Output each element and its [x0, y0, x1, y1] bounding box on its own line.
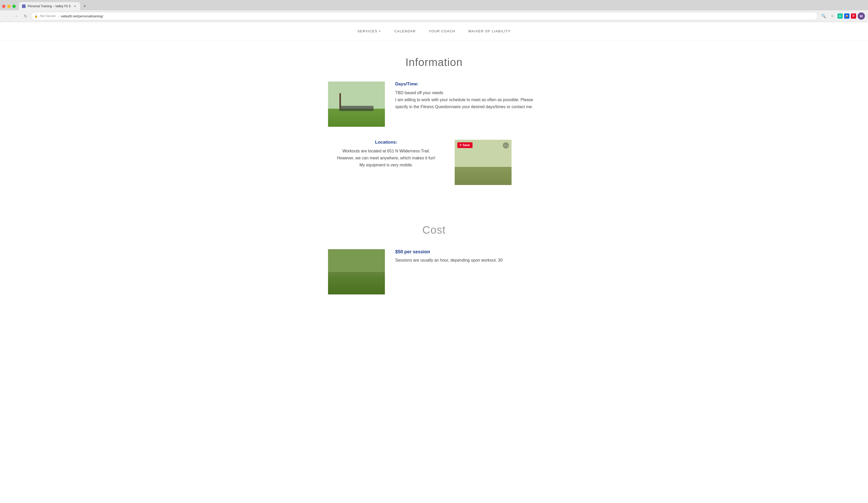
locations-line1: Workouts are located at 651 N Wilderness… [342, 149, 430, 153]
forest-image-placeholder [328, 249, 385, 294]
services-dropdown-arrow-icon: ▼ [379, 30, 381, 33]
days-time-line2: I am willing to work with your schedule … [395, 98, 533, 109]
days-time-label: Days/Time: [395, 81, 540, 87]
locations-label: Locations: [328, 140, 444, 145]
days-time-image [328, 81, 385, 127]
tab-close-button[interactable]: ✕ [73, 4, 77, 8]
forward-button[interactable]: → [12, 12, 20, 20]
locations-image-container: P Save ⋯ [455, 140, 512, 185]
lock-icon: 🔓 [34, 14, 38, 18]
active-tab[interactable]: Personal Training – Valley Fit S ✕ [19, 2, 80, 10]
cost-per-session-row: $50 per session Sessions are usually an … [328, 249, 540, 294]
cost-image [328, 249, 385, 294]
tab-bar: Personal Training – Valley Fit S ✕ + [0, 0, 868, 10]
information-title: Information [328, 56, 540, 69]
search-icon[interactable]: 🔍 [820, 12, 827, 20]
nav-waiver[interactable]: WAIVER OF LIABILITY [468, 29, 511, 33]
reload-button[interactable]: ↻ [22, 12, 29, 20]
nav-services-label: SERVICES [358, 29, 378, 33]
figure-icon [339, 106, 373, 111]
cost-title: Cost [328, 224, 540, 236]
toolbar-icons: 🔍 ☆ G 📦 P M [820, 12, 865, 20]
bookmark-star-icon[interactable]: ☆ [829, 12, 836, 20]
days-time-text: Days/Time: TBD based off your needs I am… [395, 81, 540, 110]
pinterest-save-button[interactable]: P Save [457, 142, 473, 148]
nav-waiver-label: WAIVER OF LIABILITY [468, 29, 511, 33]
url-separator: | [58, 14, 59, 18]
information-section: Information Days/Time: TBD based off you… [328, 56, 540, 208]
days-time-row: Days/Time: TBD based off your needs I am… [328, 81, 540, 127]
main-content: Information Days/Time: TBD based off you… [318, 41, 550, 308]
cost-body: Sessions are usually an hour, depending … [395, 257, 540, 264]
pinterest-icon: P [460, 144, 462, 147]
maximize-button[interactable] [12, 5, 16, 8]
nav-your-coach[interactable]: YOUR COACH [428, 29, 455, 33]
minimize-button[interactable] [7, 5, 11, 8]
more-options-icon[interactable]: ⋯ [503, 142, 509, 149]
locations-line3: My equipment is very mobile. [359, 163, 413, 167]
cost-text: $50 per session Sessions are usually an … [395, 249, 540, 264]
forest-ground [328, 276, 385, 294]
price-label: $50 per session [395, 249, 540, 255]
toolbar: ← → ↻ 🔓 Not Secure | valleyfit.net/perso… [0, 10, 868, 22]
browser-chrome: Personal Training – Valley Fit S ✕ + ← →… [0, 0, 868, 22]
tab-title: Personal Training – Valley Fit S [28, 4, 71, 8]
window-controls [2, 5, 16, 8]
address-bar[interactable]: 🔓 Not Secure | valleyfit.net/personaltra… [31, 12, 818, 20]
dropbox-extension-icon[interactable]: 📦 [844, 13, 849, 19]
grass-area [328, 109, 385, 127]
nav-services[interactable]: SERVICES ▼ [358, 29, 382, 33]
save-label: Save [463, 143, 470, 147]
nav-your-coach-label: YOUR COACH [428, 29, 455, 33]
days-time-line1: TBD based off your needs [395, 91, 443, 95]
pinterest-extension-icon[interactable]: P [851, 13, 856, 19]
cost-section: Cost $50 per session Sessions are usuall… [328, 208, 540, 294]
grammarly-extension-icon[interactable]: G [837, 13, 843, 19]
profile-avatar[interactable]: M [858, 12, 865, 20]
locations-row: P Save ⋯ Locations: Workouts are located… [328, 140, 540, 185]
outdoor-grass [455, 167, 512, 185]
sky-area [328, 81, 385, 109]
park-image-placeholder [328, 81, 385, 127]
site-navigation: SERVICES ▼ CALENDAR YOUR COACH WAIVER OF… [0, 22, 868, 41]
tab-favicon-icon [22, 4, 25, 8]
nav-calendar-label: CALENDAR [394, 29, 416, 33]
not-secure-label: Not Secure [40, 14, 55, 18]
url-display: valleyfit.net/personaltraining/ [61, 14, 103, 18]
locations-body: Workouts are located at 651 N Wilderness… [328, 148, 444, 169]
close-button[interactable] [2, 5, 6, 8]
nav-calendar[interactable]: CALENDAR [394, 29, 416, 33]
forest-sky [328, 249, 385, 272]
locations-line2: However, we can meet anywhere, which mak… [337, 156, 436, 160]
new-tab-button[interactable]: + [81, 3, 89, 10]
locations-text: Locations: Workouts are located at 651 N… [328, 140, 444, 169]
cost-line1: Sessions are usually an hour, depending … [395, 258, 503, 262]
back-button[interactable]: ← [3, 12, 10, 20]
website-content: SERVICES ▼ CALENDAR YOUR COACH WAIVER OF… [0, 22, 868, 308]
days-time-body: TBD based off your needs I am willing to… [395, 89, 540, 110]
